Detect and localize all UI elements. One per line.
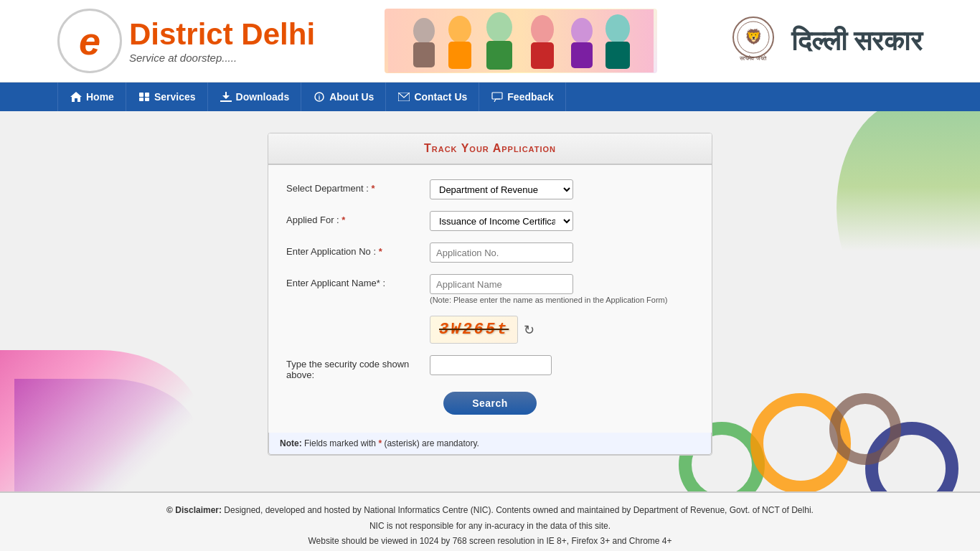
- svg-point-7: [531, 15, 554, 44]
- app-no-control: [430, 242, 694, 263]
- nav-about-label: About Us: [329, 91, 374, 103]
- department-select[interactable]: Department of Revenue Department of Educ…: [430, 179, 573, 199]
- captcha-image: 3W265t: [430, 316, 518, 344]
- logo-circle: e: [57, 9, 122, 73]
- footer: © Disclaimer: Designed, developed and ho…: [0, 491, 980, 551]
- svg-text:सत्यमेव जयते: सत्यमेव जयते: [739, 55, 766, 62]
- footer-line3: Website should be viewed in 1024 by 768 …: [10, 534, 970, 550]
- captcha-image-row: 3W265t ↻: [286, 316, 694, 344]
- app-no-row: Enter Application No : *: [286, 242, 694, 263]
- form-title: Track Your Application: [424, 142, 556, 154]
- svg-rect-17: [139, 93, 143, 97]
- applicant-name-note: (Note: Please enter the name as mentione…: [430, 296, 694, 304]
- captcha-input-label: Type the security code shown above:: [286, 355, 430, 380]
- applicant-name-input[interactable]: [430, 274, 573, 294]
- logo-e-letter: e: [79, 22, 100, 60]
- nav-services-label: Services: [154, 91, 196, 103]
- applied-for-label: Applied For : *: [286, 211, 430, 225]
- svg-point-11: [606, 14, 630, 43]
- emblem: 🦁 सत्यमेव जयते: [727, 11, 781, 72]
- track-application-card: Track Your Application Select Department…: [268, 133, 712, 456]
- svg-rect-12: [606, 42, 630, 69]
- svg-rect-2: [413, 42, 435, 67]
- nav-downloads[interactable]: Downloads: [208, 83, 302, 111]
- svg-rect-20: [145, 98, 149, 101]
- applicant-name-control: (Note: Please enter the name as mentione…: [430, 274, 694, 304]
- captcha-input-row: Type the security code shown above:: [286, 355, 694, 380]
- captcha-image-control: 3W265t ↻: [430, 316, 694, 344]
- note-text: Fields marked with: [304, 438, 378, 448]
- applicant-name-row: Enter Applicant Name* : (Note: Please en…: [286, 274, 694, 304]
- logo-title: District Delhi: [129, 18, 315, 51]
- svg-rect-18: [145, 93, 149, 97]
- disclaimer-text: Designed, developed and hosted by Nation…: [224, 505, 814, 515]
- app-no-label: Enter Application No : *: [286, 242, 430, 257]
- feedback-icon: [491, 91, 504, 103]
- svg-rect-24: [492, 93, 502, 99]
- department-label: Select Department : *: [286, 179, 430, 194]
- svg-rect-4: [448, 42, 471, 69]
- logo-text-block: District Delhi Service at doorstep.....: [129, 18, 315, 63]
- captcha-input[interactable]: [430, 355, 552, 375]
- home-icon: [70, 91, 83, 103]
- note-label: Note:: [280, 438, 302, 448]
- svg-text:i: i: [319, 94, 321, 101]
- svg-point-5: [486, 12, 512, 42]
- department-row: Select Department : * Department of Reve…: [286, 179, 694, 199]
- nav-contact-label: Contact Us: [414, 91, 467, 103]
- mail-icon: [397, 91, 410, 103]
- form-body: Select Department : * Department of Reve…: [268, 165, 712, 433]
- note-bar: Note: Fields marked with * (asterisk) ar…: [268, 433, 712, 455]
- nav-home[interactable]: Home: [57, 83, 126, 111]
- app-no-input[interactable]: [430, 242, 573, 263]
- header-left: e District Delhi Service at doorstep....…: [57, 9, 315, 73]
- navbar: Home Services Downloads i About Us Conta…: [0, 83, 980, 111]
- applied-for-row: Applied For : * Issuance of Income Certi…: [286, 211, 694, 231]
- services-icon: [138, 91, 151, 103]
- main-content: Track Your Application Select Department…: [0, 111, 980, 477]
- nav-home-label: Home: [86, 91, 114, 103]
- form-card-header: Track Your Application: [268, 133, 712, 165]
- svg-point-3: [448, 16, 471, 43]
- footer-line1: © Disclaimer: Designed, developed and ho…: [10, 503, 970, 519]
- search-button[interactable]: Search: [443, 392, 537, 415]
- page-wrapper: e District Delhi Service at doorstep....…: [0, 0, 980, 551]
- note-suffix: (asterisk) are mandatory.: [384, 438, 479, 448]
- svg-rect-19: [139, 98, 143, 101]
- nav-feedback[interactable]: Feedback: [479, 83, 566, 111]
- captcha-image-label: [286, 316, 430, 319]
- svg-point-9: [571, 18, 593, 44]
- header-right: 🦁 सत्यमेव जयते दिल्ली सरकार: [727, 11, 923, 72]
- downloads-icon: [220, 91, 232, 103]
- captcha-input-control: [430, 355, 694, 375]
- note-asterisk: *: [378, 438, 382, 448]
- delhi-sarkar-text: दिल्ली सरकार: [791, 25, 923, 57]
- disclaimer-label: © Disclaimer:: [166, 505, 222, 515]
- captcha-refresh-icon[interactable]: ↻: [524, 322, 534, 338]
- banner-svg: [388, 9, 654, 72]
- nav-downloads-label: Downloads: [236, 91, 290, 103]
- footer-line2: NIC is not responsible for any in-acurac…: [10, 519, 970, 534]
- nav-services[interactable]: Services: [126, 83, 208, 111]
- header: e District Delhi Service at doorstep....…: [0, 0, 980, 83]
- svg-point-1: [413, 18, 435, 44]
- svg-text:🦁: 🦁: [744, 28, 762, 45]
- svg-rect-8: [531, 42, 554, 69]
- svg-rect-6: [486, 41, 512, 70]
- nav-feedback-label: Feedback: [507, 91, 554, 103]
- department-control: Department of Revenue Department of Educ…: [430, 179, 694, 199]
- applied-for-control: Issuance of Income Certificate Issuance …: [430, 211, 694, 231]
- svg-rect-10: [571, 42, 593, 68]
- emblem-svg: 🦁 सत्यमेव जयते: [730, 16, 777, 66]
- nav-contact[interactable]: Contact Us: [386, 83, 479, 111]
- logo-subtitle: Service at doorstep.....: [129, 52, 315, 64]
- info-icon: i: [313, 91, 326, 103]
- applied-for-select[interactable]: Issuance of Income Certificate Issuance …: [430, 211, 573, 231]
- header-banner: [385, 9, 657, 73]
- nav-about[interactable]: i About Us: [301, 83, 386, 111]
- applicant-name-label: Enter Applicant Name* :: [286, 274, 430, 288]
